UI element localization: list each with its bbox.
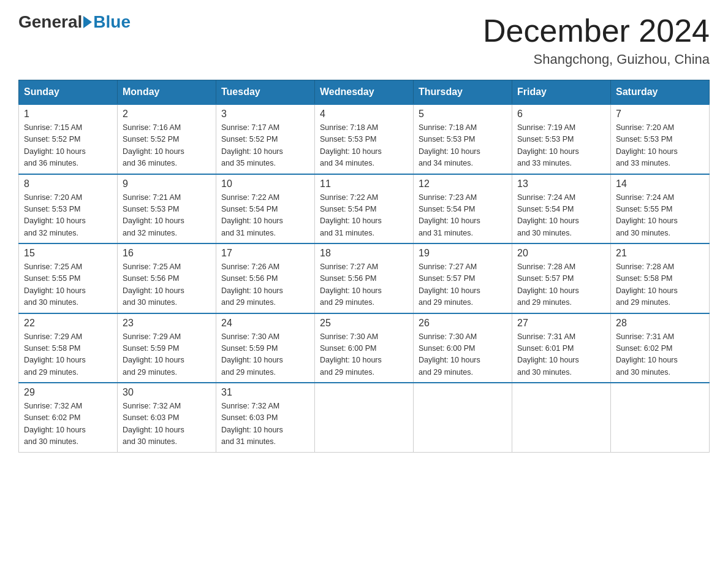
calendar-day-cell: 22 Sunrise: 7:29 AMSunset: 5:58 PMDaylig… <box>19 313 118 383</box>
day-number: 4 <box>320 109 408 120</box>
day-number: 24 <box>221 318 309 329</box>
calendar-day-cell: 3 Sunrise: 7:17 AMSunset: 5:52 PMDayligh… <box>216 104 315 174</box>
calendar-day-cell <box>611 383 710 452</box>
calendar-day-cell: 26 Sunrise: 7:30 AMSunset: 6:00 PMDaylig… <box>414 313 512 383</box>
calendar-day-cell: 7 Sunrise: 7:20 AMSunset: 5:53 PMDayligh… <box>611 104 710 174</box>
day-number: 14 <box>616 178 704 190</box>
calendar-day-cell: 18 Sunrise: 7:27 AMSunset: 5:56 PMDaylig… <box>315 243 414 313</box>
day-number: 5 <box>419 109 507 120</box>
day-number: 25 <box>320 318 408 329</box>
calendar-day-cell: 14 Sunrise: 7:24 AMSunset: 5:55 PMDaylig… <box>611 174 710 244</box>
day-info: Sunrise: 7:27 AMSunset: 5:57 PMDaylight:… <box>419 261 507 309</box>
calendar-week-row: 1 Sunrise: 7:15 AMSunset: 5:52 PMDayligh… <box>19 104 710 174</box>
day-info: Sunrise: 7:25 AMSunset: 5:56 PMDaylight:… <box>123 261 211 309</box>
calendar-header-tuesday: Tuesday <box>216 80 315 105</box>
day-info: Sunrise: 7:16 AMSunset: 5:52 PMDaylight:… <box>123 122 211 170</box>
day-info: Sunrise: 7:32 AMSunset: 6:02 PMDaylight:… <box>24 400 112 448</box>
day-number: 27 <box>517 318 605 329</box>
calendar-day-cell: 5 Sunrise: 7:18 AMSunset: 5:53 PMDayligh… <box>414 104 512 174</box>
calendar-day-cell: 16 Sunrise: 7:25 AMSunset: 5:56 PMDaylig… <box>118 243 216 313</box>
day-number: 15 <box>24 248 112 259</box>
day-info: Sunrise: 7:18 AMSunset: 5:53 PMDaylight:… <box>320 122 408 170</box>
calendar-day-cell: 19 Sunrise: 7:27 AMSunset: 5:57 PMDaylig… <box>414 243 512 313</box>
day-info: Sunrise: 7:28 AMSunset: 5:58 PMDaylight:… <box>616 261 704 309</box>
day-number: 13 <box>517 178 605 190</box>
calendar-day-cell: 1 Sunrise: 7:15 AMSunset: 5:52 PMDayligh… <box>19 104 118 174</box>
calendar-day-cell: 4 Sunrise: 7:18 AMSunset: 5:53 PMDayligh… <box>315 104 414 174</box>
day-info: Sunrise: 7:31 AMSunset: 6:01 PMDaylight:… <box>517 331 605 379</box>
calendar-day-cell: 15 Sunrise: 7:25 AMSunset: 5:55 PMDaylig… <box>19 243 118 313</box>
day-info: Sunrise: 7:32 AMSunset: 6:03 PMDaylight:… <box>123 400 211 448</box>
day-number: 17 <box>221 248 309 259</box>
calendar-day-cell <box>315 383 414 452</box>
day-info: Sunrise: 7:15 AMSunset: 5:52 PMDaylight:… <box>24 122 112 170</box>
calendar-day-cell: 20 Sunrise: 7:28 AMSunset: 5:57 PMDaylig… <box>512 243 611 313</box>
page-subtitle: Shangchong, Guizhou, China <box>483 52 710 67</box>
calendar-week-row: 8 Sunrise: 7:20 AMSunset: 5:53 PMDayligh… <box>19 174 710 244</box>
day-number: 3 <box>221 109 309 120</box>
day-info: Sunrise: 7:26 AMSunset: 5:56 PMDaylight:… <box>221 261 309 309</box>
day-number: 22 <box>24 318 112 329</box>
day-number: 16 <box>123 248 211 259</box>
day-number: 2 <box>123 109 211 120</box>
day-info: Sunrise: 7:30 AMSunset: 5:59 PMDaylight:… <box>221 331 309 379</box>
title-area: December 2024 Shangchong, Guizhou, China <box>483 12 710 67</box>
calendar-header-row: SundayMondayTuesdayWednesdayThursdayFrid… <box>19 80 710 105</box>
calendar-header-wednesday: Wednesday <box>315 80 414 105</box>
day-info: Sunrise: 7:30 AMSunset: 6:00 PMDaylight:… <box>320 331 408 379</box>
day-info: Sunrise: 7:22 AMSunset: 5:54 PMDaylight:… <box>221 192 309 240</box>
day-info: Sunrise: 7:20 AMSunset: 5:53 PMDaylight:… <box>24 192 112 240</box>
calendar-day-cell: 24 Sunrise: 7:30 AMSunset: 5:59 PMDaylig… <box>216 313 315 383</box>
calendar-header-thursday: Thursday <box>414 80 512 105</box>
day-number: 11 <box>320 178 408 190</box>
day-number: 30 <box>123 387 211 398</box>
logo: General Blue <box>18 12 131 32</box>
day-info: Sunrise: 7:30 AMSunset: 6:00 PMDaylight:… <box>419 331 507 379</box>
day-info: Sunrise: 7:20 AMSunset: 5:53 PMDaylight:… <box>616 122 704 170</box>
day-number: 26 <box>419 318 507 329</box>
logo-arrow-icon <box>83 16 92 28</box>
day-info: Sunrise: 7:18 AMSunset: 5:53 PMDaylight:… <box>419 122 507 170</box>
calendar-day-cell: 30 Sunrise: 7:32 AMSunset: 6:03 PMDaylig… <box>118 383 216 452</box>
calendar-week-row: 22 Sunrise: 7:29 AMSunset: 5:58 PMDaylig… <box>19 313 710 383</box>
calendar-day-cell: 12 Sunrise: 7:23 AMSunset: 5:54 PMDaylig… <box>414 174 512 244</box>
calendar-day-cell: 25 Sunrise: 7:30 AMSunset: 6:00 PMDaylig… <box>315 313 414 383</box>
calendar-day-cell: 29 Sunrise: 7:32 AMSunset: 6:02 PMDaylig… <box>19 383 118 452</box>
day-info: Sunrise: 7:25 AMSunset: 5:55 PMDaylight:… <box>24 261 112 309</box>
calendar-header-monday: Monday <box>118 80 216 105</box>
day-number: 18 <box>320 248 408 259</box>
calendar-day-cell: 13 Sunrise: 7:24 AMSunset: 5:54 PMDaylig… <box>512 174 611 244</box>
day-number: 31 <box>221 387 309 398</box>
day-number: 20 <box>517 248 605 259</box>
day-info: Sunrise: 7:19 AMSunset: 5:53 PMDaylight:… <box>517 122 605 170</box>
calendar-day-cell: 11 Sunrise: 7:22 AMSunset: 5:54 PMDaylig… <box>315 174 414 244</box>
day-number: 23 <box>123 318 211 329</box>
day-info: Sunrise: 7:32 AMSunset: 6:03 PMDaylight:… <box>221 400 309 448</box>
day-info: Sunrise: 7:21 AMSunset: 5:53 PMDaylight:… <box>123 192 211 240</box>
day-number: 10 <box>221 178 309 190</box>
calendar-day-cell: 8 Sunrise: 7:20 AMSunset: 5:53 PMDayligh… <box>19 174 118 244</box>
day-number: 6 <box>517 109 605 120</box>
calendar-day-cell: 27 Sunrise: 7:31 AMSunset: 6:01 PMDaylig… <box>512 313 611 383</box>
logo-blue-text: Blue <box>93 12 131 32</box>
calendar-day-cell: 2 Sunrise: 7:16 AMSunset: 5:52 PMDayligh… <box>118 104 216 174</box>
day-number: 28 <box>616 318 704 329</box>
day-info: Sunrise: 7:22 AMSunset: 5:54 PMDaylight:… <box>320 192 408 240</box>
day-number: 8 <box>24 178 112 190</box>
calendar-day-cell: 21 Sunrise: 7:28 AMSunset: 5:58 PMDaylig… <box>611 243 710 313</box>
day-number: 7 <box>616 109 704 120</box>
day-number: 1 <box>24 109 112 120</box>
day-info: Sunrise: 7:29 AMSunset: 5:58 PMDaylight:… <box>24 331 112 379</box>
calendar-day-cell: 9 Sunrise: 7:21 AMSunset: 5:53 PMDayligh… <box>118 174 216 244</box>
day-number: 29 <box>24 387 112 398</box>
day-info: Sunrise: 7:23 AMSunset: 5:54 PMDaylight:… <box>419 192 507 240</box>
calendar-week-row: 29 Sunrise: 7:32 AMSunset: 6:02 PMDaylig… <box>19 383 710 452</box>
day-number: 12 <box>419 178 507 190</box>
calendar-day-cell: 17 Sunrise: 7:26 AMSunset: 5:56 PMDaylig… <box>216 243 315 313</box>
day-number: 21 <box>616 248 704 259</box>
calendar-header-sunday: Sunday <box>19 80 118 105</box>
calendar-day-cell: 31 Sunrise: 7:32 AMSunset: 6:03 PMDaylig… <box>216 383 315 452</box>
calendar-day-cell <box>414 383 512 452</box>
day-number: 9 <box>123 178 211 190</box>
day-info: Sunrise: 7:28 AMSunset: 5:57 PMDaylight:… <box>517 261 605 309</box>
